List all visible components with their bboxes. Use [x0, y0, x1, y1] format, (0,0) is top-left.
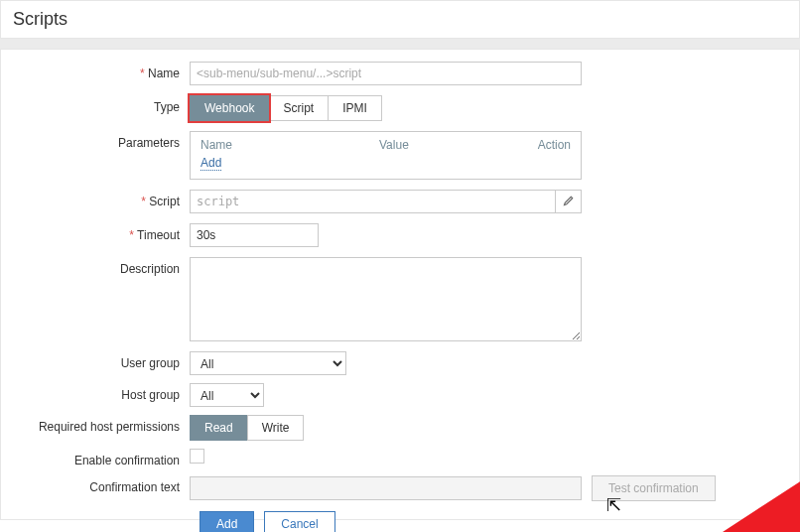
parameters-add-link[interactable]: Add [200, 156, 221, 171]
page-header: Scripts [0, 0, 800, 39]
name-label: Name [21, 62, 190, 80]
type-segmented: Webhook Script IPMI [190, 95, 382, 121]
confirmation-text-input [190, 476, 582, 500]
timeout-input[interactable] [190, 223, 319, 247]
form-actions: Add Cancel [200, 511, 779, 532]
type-label: Type [21, 95, 190, 114]
page-title: Scripts [13, 9, 787, 30]
permissions-label: Required host permissions [21, 415, 190, 434]
host-group-label: Host group [21, 383, 190, 402]
divider [0, 39, 800, 49]
permissions-segmented: Read Write [190, 415, 304, 441]
confirmation-text-label: Confirmation text [21, 475, 190, 494]
host-group-select[interactable]: All [190, 383, 264, 407]
parameters-col-value: Value [379, 138, 521, 152]
type-option-ipmi[interactable]: IPMI [328, 95, 382, 121]
user-group-select[interactable]: All [190, 351, 346, 375]
description-textarea[interactable] [190, 257, 582, 341]
name-input[interactable] [190, 62, 582, 85]
pencil-icon [563, 195, 575, 209]
parameters-header: Name Value Action [200, 138, 571, 152]
cancel-button[interactable]: Cancel [264, 511, 334, 532]
parameters-col-action: Action [521, 138, 571, 152]
permission-read[interactable]: Read [190, 415, 248, 441]
parameters-col-name: Name [200, 138, 379, 152]
type-option-script[interactable]: Script [268, 95, 329, 121]
script-input[interactable] [190, 190, 556, 213]
parameters-box: Name Value Action Add [190, 131, 582, 180]
permission-write[interactable]: Write [247, 415, 305, 441]
user-group-label: User group [21, 351, 190, 370]
enable-confirmation-label: Enable confirmation [21, 449, 190, 467]
type-option-webhook[interactable]: Webhook [190, 95, 269, 121]
timeout-label: Timeout [21, 223, 190, 242]
form-panel: Name Type Webhook Script IPMI Parameters… [0, 49, 800, 520]
parameters-label: Parameters [21, 131, 190, 150]
add-button[interactable]: Add [200, 511, 254, 532]
description-label: Description [21, 257, 190, 276]
script-label: Script [21, 190, 190, 208]
watermark-line2: IT运维空间 [778, 524, 800, 532]
test-confirmation-button: Test confirmation [592, 475, 716, 501]
script-edit-button[interactable] [556, 190, 582, 213]
enable-confirmation-checkbox[interactable] [190, 449, 204, 464]
